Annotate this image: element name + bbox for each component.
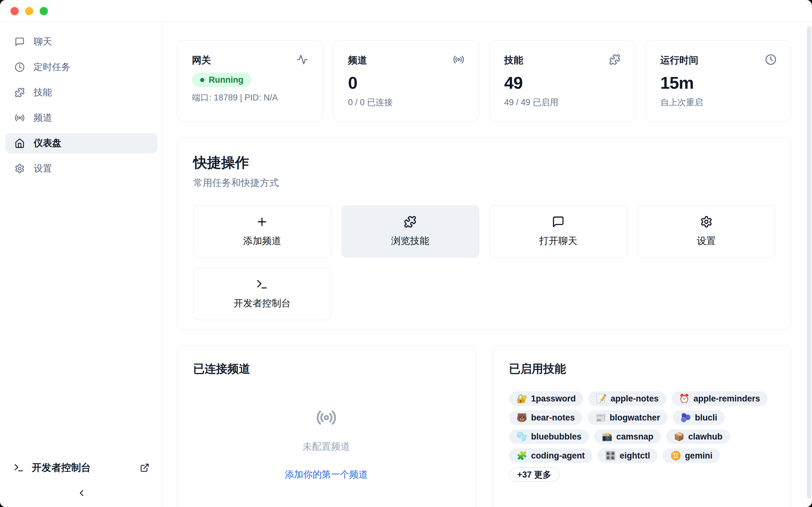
dashboard-main: 网关Running端口: 18789 | PID: N/A频道00 / 0 已连… — [163, 22, 812, 507]
sidebar-item-settings[interactable]: 设置 — [5, 158, 158, 179]
plus-icon — [256, 216, 268, 228]
radio-icon — [316, 407, 337, 428]
skill-badge-bear-notes: 🐻bear-notes — [509, 410, 583, 425]
quick-action-add-channel[interactable]: 添加频道 — [193, 205, 331, 258]
app-window: 聊天定时任务技能频道仪表盘设置 开发者控制台 网关Running端口: 1878… — [0, 0, 812, 507]
sidebar-collapse-button[interactable] — [0, 488, 163, 498]
sidebar-dev-console-button[interactable]: 开发者控制台 — [5, 458, 158, 477]
connected-channels-card: 已连接频道 未配置频道 添加你的第一个频道 — [177, 345, 476, 507]
skill-badge-apple-reminders: ⏰apple-reminders — [671, 391, 768, 406]
stat-card-caption: 49 / 49 已启用 — [504, 97, 620, 108]
stat-card-header: 技能 — [504, 54, 620, 67]
stats-row: 网关Running端口: 18789 | PID: N/A频道00 / 0 已连… — [177, 40, 792, 122]
gemini-emoji-icon: ♊ — [670, 451, 681, 461]
zoom-button[interactable] — [40, 7, 48, 15]
sidebar-item-skills[interactable]: 技能 — [5, 82, 158, 103]
1password-emoji-icon: 🔐 — [517, 394, 527, 404]
skill-badge-camsnap: 📸camsnap — [594, 429, 661, 444]
eightctl-emoji-icon: 🎛️ — [605, 451, 616, 461]
quick-action-label: 浏览技能 — [391, 234, 429, 247]
puzzle-icon — [14, 88, 25, 98]
external-link-icon[interactable] — [140, 463, 149, 472]
stat-card-channels: 频道00 / 0 已连接 — [333, 40, 479, 122]
skill-badge-gemini: ♊gemini — [663, 448, 720, 463]
activity-icon — [297, 54, 308, 65]
blucli-emoji-icon: 🫐 — [680, 412, 691, 423]
add-first-channel-link[interactable]: 添加你的第一个频道 — [285, 468, 368, 481]
skill-name: clawhub — [688, 432, 722, 442]
gear-icon — [700, 216, 713, 228]
sidebar-item-label: 频道 — [34, 112, 52, 124]
skill-badge-blogwatcher: 📰blogwatcher — [588, 410, 668, 425]
stat-card-title: 技能 — [504, 54, 523, 67]
sidebar-item-scheduled-tasks[interactable]: 定时任务 — [5, 57, 158, 77]
traffic-lights — [10, 7, 48, 15]
minimize-button[interactable] — [25, 7, 33, 15]
quick-action-label: 设置 — [697, 234, 716, 247]
clock-icon — [14, 62, 25, 72]
quick-action-dev-console[interactable]: 开发者控制台 — [193, 268, 331, 320]
sidebar: 聊天定时任务技能频道仪表盘设置 开发者控制台 — [0, 22, 163, 507]
stat-card-title: 网关 — [192, 54, 211, 67]
skill-name: gemini — [685, 451, 712, 461]
sidebar-item-label: 定时任务 — [34, 61, 70, 73]
clock-icon — [765, 54, 776, 65]
skill-name: blogwatcher — [610, 413, 660, 423]
apple-reminders-emoji-icon: ⏰ — [679, 394, 690, 404]
sidebar-item-chat[interactable]: 聊天 — [5, 32, 158, 52]
quick-action-open-chat[interactable]: 打开聊天 — [490, 205, 627, 258]
sidebar-item-dashboard[interactable]: 仪表盘 — [5, 133, 158, 153]
stat-card-title: 运行时间 — [660, 54, 699, 67]
puzzle-icon — [404, 216, 416, 228]
close-button[interactable] — [10, 7, 19, 15]
stat-value: 15m — [660, 74, 776, 92]
clawhub-emoji-icon: 📦 — [674, 432, 684, 442]
status-dot-icon — [200, 78, 204, 82]
quick-actions-grid: 添加频道浏览技能打开聊天设置开发者控制台 — [193, 205, 775, 320]
skill-name: blucli — [695, 413, 717, 423]
sidebar-item-channels[interactable]: 频道 — [5, 108, 158, 128]
status-badge: Running — [192, 72, 252, 87]
quick-action-label: 开发者控制台 — [234, 297, 291, 310]
sidebar-item-label: 聊天 — [34, 36, 52, 48]
quick-actions-title: 快捷操作 — [193, 153, 775, 172]
stat-value: 0 — [348, 74, 464, 92]
radio-icon — [453, 54, 464, 65]
quick-action-settings[interactable]: 设置 — [637, 205, 775, 258]
terminal-icon — [13, 462, 24, 473]
quick-actions-card: 快捷操作 常用任务和快捷方式 添加频道浏览技能打开聊天设置开发者控制台 — [177, 137, 792, 330]
bottom-row: 已连接频道 未配置频道 添加你的第一个频道 已启用技能 🔐1password📝a… — [177, 345, 792, 507]
skill-name: 1password — [531, 394, 576, 404]
stat-card-header: 网关 — [192, 54, 308, 67]
skill-name: apple-notes — [611, 394, 659, 404]
stat-card-caption: 自上次重启 — [660, 97, 776, 108]
puzzle-icon — [609, 54, 620, 65]
more-skills-button[interactable]: +37 更多 — [509, 467, 560, 482]
radio-icon — [14, 113, 25, 123]
skill-badge-blucli: 🫐blucli — [673, 410, 725, 425]
stat-card-caption: 端口: 18789 | PID: N/A — [192, 92, 308, 103]
coding-agent-emoji-icon: 🧩 — [517, 451, 527, 461]
sidebar-footer: 开发者控制台 — [0, 458, 163, 507]
sidebar-item-label: 设置 — [34, 162, 52, 175]
quick-action-label: 打开聊天 — [539, 234, 577, 247]
skill-badge-eightctl: 🎛️eightctl — [598, 448, 658, 463]
gear-icon — [14, 164, 25, 174]
skill-name: coding-agent — [531, 451, 585, 461]
quick-actions-subtitle: 常用任务和快捷方式 — [193, 176, 775, 189]
dev-console-label: 开发者控制台 — [32, 461, 91, 474]
stat-card-caption: 0 / 0 已连接 — [348, 97, 464, 108]
chevron-left-icon — [77, 488, 87, 498]
app-body: 聊天定时任务技能频道仪表盘设置 开发者控制台 网关Running端口: 1878… — [0, 22, 812, 507]
titlebar — [0, 0, 812, 22]
skill-name: eightctl — [619, 451, 650, 461]
quick-action-browse-skills[interactable]: 浏览技能 — [341, 205, 479, 258]
skill-badge-clawhub: 📦clawhub — [666, 429, 730, 444]
channels-empty-state: 未配置频道 添加你的第一个频道 — [193, 407, 460, 481]
scrollbar-thumb[interactable] — [807, 26, 811, 499]
skill-badge-coding-agent: 🧩coding-agent — [509, 448, 593, 463]
skills-list: 🔐1password📝apple-notes⏰apple-reminders🐻b… — [509, 391, 775, 482]
blogwatcher-emoji-icon: 📰 — [595, 412, 606, 423]
skill-name: camsnap — [616, 432, 653, 442]
stat-card-uptime: 运行时间15m自上次重启 — [646, 40, 792, 122]
